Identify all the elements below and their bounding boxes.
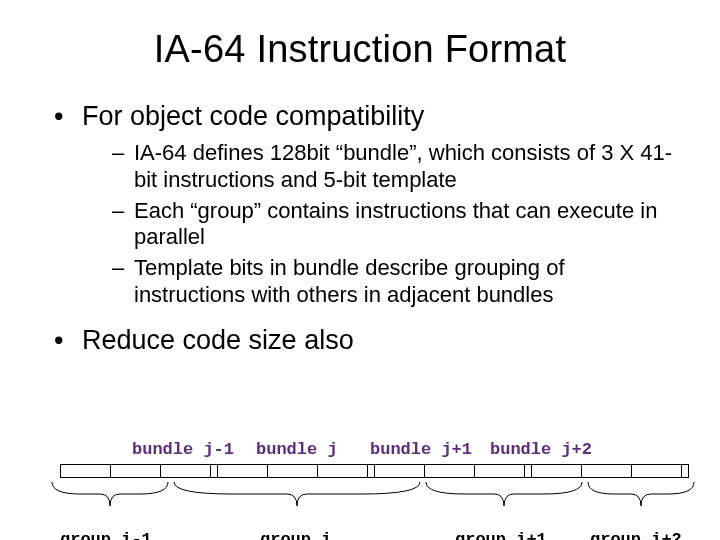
group-label: group i	[260, 530, 331, 540]
bundle-label: bundle j+1	[370, 440, 472, 459]
group-label: group i+1	[455, 530, 547, 540]
instruction-slot	[61, 465, 111, 477]
sub-bullet-item: Each “group” contains instructions that …	[112, 198, 680, 252]
instruction-slot	[375, 465, 425, 477]
curly-brace-icon	[50, 480, 170, 510]
bundle-label: bundle j-1	[132, 440, 234, 459]
instruction-slot	[475, 465, 525, 477]
bundle-label-row: bundle j-1 bundle j bundle j+1 bundle j+…	[60, 440, 690, 462]
instruction-slot	[582, 465, 632, 477]
bundle-label: bundle j	[256, 440, 338, 459]
slide: IA-64 Instruction Format For object code…	[0, 28, 720, 540]
bundle-bar	[217, 464, 375, 478]
curly-brace-icon	[424, 480, 584, 510]
bullet-text: For object code compatibility	[82, 101, 424, 131]
sub-bullet-list: IA-64 defines 128bit “bundle”, which con…	[82, 140, 680, 309]
instruction-slot	[532, 465, 582, 477]
bullet-item: Reduce code size also	[54, 325, 680, 356]
bullet-text: Reduce code size also	[82, 325, 354, 355]
sub-bullet-item: Template bits in bundle describe groupin…	[112, 255, 680, 309]
curly-brace-icon	[172, 480, 422, 510]
curly-brace-icon	[586, 480, 696, 510]
group-label: group i-1	[60, 530, 152, 540]
bundle-label: bundle j+2	[490, 440, 592, 459]
bullet-list: For object code compatibility IA-64 defi…	[0, 101, 720, 356]
bundle-group-diagram: bundle j-1 bundle j bundle j+1 bundle j+…	[60, 440, 690, 540]
sub-bullet-item: IA-64 defines 128bit “bundle”, which con…	[112, 140, 680, 194]
bullet-item: For object code compatibility IA-64 defi…	[54, 101, 680, 309]
group-label: group i+2	[590, 530, 682, 540]
template-field	[682, 465, 688, 477]
instruction-slot	[161, 465, 211, 477]
bundle-bars	[60, 464, 690, 480]
instruction-slot	[318, 465, 368, 477]
slide-title: IA-64 Instruction Format	[0, 28, 720, 71]
bundle-bar	[531, 464, 689, 478]
bundle-bar	[60, 464, 218, 478]
bundle-bar	[374, 464, 532, 478]
group-label-row: group i-1 group i group i+1 group i+2	[60, 530, 690, 540]
instruction-slot	[111, 465, 161, 477]
group-brace-row	[60, 480, 690, 530]
instruction-slot	[632, 465, 682, 477]
instruction-slot	[425, 465, 475, 477]
instruction-slot	[218, 465, 268, 477]
instruction-slot	[268, 465, 318, 477]
